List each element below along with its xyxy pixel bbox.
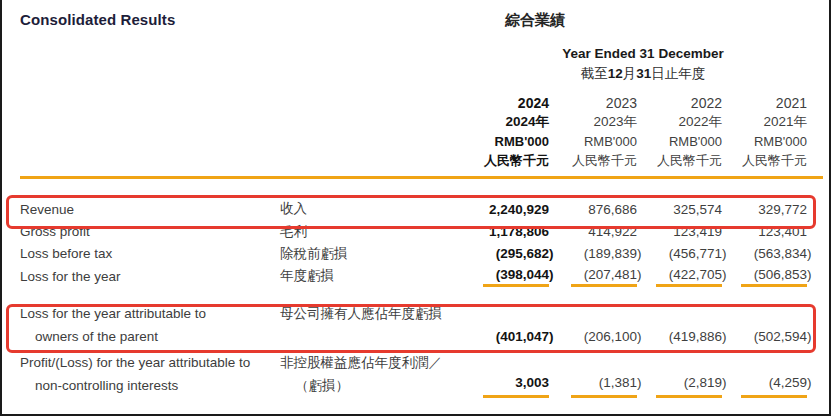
spacer <box>20 102 280 103</box>
row-label-en: Revenue <box>20 202 280 217</box>
column-year-zh: 2021年 <box>729 113 814 131</box>
table-row-profit-loss-nci: Profit/(Loss) for the year attributable … <box>20 352 814 398</box>
column-year-2021: 2021 <box>729 95 814 111</box>
value-cell: (456,771) <box>644 244 729 263</box>
spacer <box>280 122 470 123</box>
row-label-en-line1: Loss for the year attributable to <box>20 306 206 321</box>
row-label-en-line2: non-controlling interests <box>20 375 280 398</box>
spacer <box>20 141 280 142</box>
value-cell: (563,834) <box>729 244 814 263</box>
header-unit-zh-row: 人民幣千元 人民幣千元 人民幣千元 人民幣千元 <box>20 152 814 172</box>
column-unit-zh: 人民幣千元 <box>729 152 814 170</box>
spacer <box>280 141 470 142</box>
spacer <box>20 122 280 123</box>
value-2024: (295,682) <box>483 246 549 263</box>
value-cell: (502,594) <box>729 326 814 349</box>
table-row-gross-profit: Gross profit 毛利 1,178,806 414,922 123,41… <box>20 220 814 242</box>
row-label-zh: 收入 <box>280 200 470 218</box>
value-cell: 414,922 <box>556 222 644 241</box>
value-cell: 1,178,806 <box>470 222 556 241</box>
column-headers: 2024 2023 2022 2021 2024年 2023年 2022年 20… <box>20 93 814 171</box>
value-cell: (506,853) <box>729 265 814 287</box>
value-cell: (206,100) <box>556 326 644 349</box>
table-row-loss-before-tax: Loss before tax 除稅前虧損 (295,682) (189,839… <box>20 243 814 265</box>
spacer <box>20 161 280 162</box>
row-label-en-line1: Profit/(Loss) for the year attributable … <box>20 355 250 370</box>
column-unit-zh: 人民幣千元 <box>470 152 556 170</box>
column-year-2023: 2023 <box>556 95 644 111</box>
column-unit: RMB'000 <box>729 134 814 149</box>
value-2022: 123,419 <box>656 224 722 241</box>
value-cell: (189,839) <box>556 244 644 263</box>
value-cell: 3,003 <box>470 372 556 398</box>
value-cell: (2,819) <box>644 372 729 398</box>
value-2022: (456,771) <box>656 246 722 263</box>
row-label-zh: 年度虧損 <box>280 267 470 285</box>
column-unit-zh: 人民幣千元 <box>644 152 729 170</box>
value-cell: 2,240,929 <box>470 200 556 219</box>
header-year-row: 2024 2023 2022 2021 <box>20 93 814 113</box>
row-label-en: Loss for the year <box>20 269 280 284</box>
column-unit-zh: 人民幣千元 <box>556 152 644 170</box>
value-cell: 329,772 <box>729 200 814 219</box>
period-header-en: Year Ended 31 December <box>470 46 816 61</box>
column-unit: RMB'000 <box>556 134 644 149</box>
column-unit: RMB'000 <box>470 134 556 149</box>
table-row-revenue: Revenue 收入 2,240,929 876,686 325,574 329… <box>20 198 814 220</box>
column-unit: RMB'000 <box>644 134 729 149</box>
value-2021: (563,834) <box>741 246 807 263</box>
value-2024: 3,003 <box>483 373 549 398</box>
value-cell: (398,044) <box>470 265 556 287</box>
value-2021: (502,594) <box>741 327 807 349</box>
table-row-loss-attributable-owners: Loss for the year attributable to owners… <box>20 303 814 349</box>
column-year-2022: 2022 <box>644 95 729 111</box>
row-label-zh: 毛利 <box>280 223 470 241</box>
value-cell: (422,705) <box>644 265 729 287</box>
period-header-zh: 截至12月31日止年度 <box>470 65 816 83</box>
row-label-zh-line2: （虧損） <box>280 375 470 398</box>
value-cell: (295,682) <box>470 244 556 263</box>
value-cell: 325,574 <box>644 200 729 219</box>
row-label-zh-line1: 非控股權益應佔年度利潤／ <box>280 355 442 370</box>
value-cell: 876,686 <box>556 200 644 219</box>
column-year-zh: 2022年 <box>644 113 729 131</box>
spacer <box>280 161 470 162</box>
value-2023: (206,100) <box>571 327 637 349</box>
value-2022: (419,886) <box>656 327 722 349</box>
header-unit-row: RMB'000 RMB'000 RMB'000 RMB'000 <box>20 132 814 152</box>
row-label-en: Loss before tax <box>20 246 280 261</box>
value-cell: (207,481) <box>556 265 644 287</box>
value-cell: (4,259) <box>729 372 814 398</box>
column-year-2024: 2024 <box>470 95 556 111</box>
value-2022: (2,819) <box>656 373 722 398</box>
spacer <box>280 102 470 103</box>
results-table-body: Revenue 收入 2,240,929 876,686 325,574 329… <box>20 198 814 288</box>
row-label-en: Loss for the year attributable to owners… <box>20 303 280 348</box>
value-2021: 123,401 <box>741 224 807 241</box>
value-2023: (207,481) <box>571 267 637 287</box>
value-cell: 123,419 <box>644 222 729 241</box>
consolidated-results-page: Consolidated Results 綜合業績 Year Ended 31 … <box>0 0 831 416</box>
value-cell: (419,886) <box>644 326 729 349</box>
value-2023: (189,839) <box>571 246 637 263</box>
value-cell: 123,401 <box>729 222 814 241</box>
page-title-zh: 綜合業績 <box>505 11 565 30</box>
value-2024: (401,047) <box>483 327 549 349</box>
value-cell: (401,047) <box>470 326 556 349</box>
period-zh-day: 12 <box>608 66 623 81</box>
row-label-en: Gross profit <box>20 224 280 239</box>
value-2023: (1,381) <box>571 373 637 398</box>
row-label-en-line2: owners of the parent <box>20 326 280 349</box>
header-divider-line <box>20 176 823 179</box>
header-year-zh-row: 2024年 2023年 2022年 2021年 <box>20 113 814 133</box>
column-year-zh: 2024年 <box>470 113 556 131</box>
value-2022: 325,574 <box>656 202 722 219</box>
row-label-en: Profit/(Loss) for the year attributable … <box>20 352 280 397</box>
value-cell: (1,381) <box>556 372 644 398</box>
value-2021: (4,259) <box>741 373 807 398</box>
attribution-table-body: Loss for the year attributable to owners… <box>20 303 814 398</box>
period-header: Year Ended 31 December 截至12月31日止年度 <box>470 46 816 83</box>
table-row-loss-for-year: Loss for the year 年度虧損 (398,044) (207,48… <box>20 265 814 287</box>
period-zh-text: 日止年度 <box>651 66 705 81</box>
row-label-zh: 非控股權益應佔年度利潤／ （虧損） <box>280 352 470 397</box>
